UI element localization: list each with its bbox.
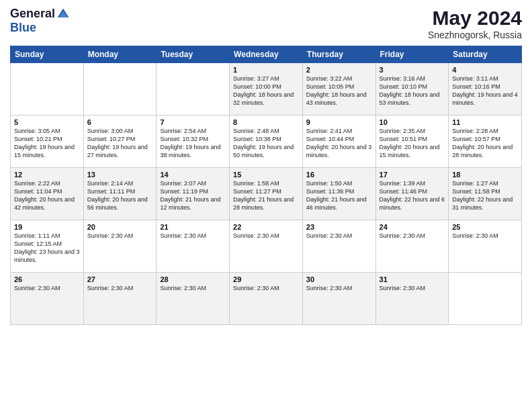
calendar-cell: 23Sunrise: 2:30 AM — [302, 220, 375, 273]
page: General Blue May 2024 Snezhnogorsk, Russ… — [0, 0, 532, 411]
day-info: Sunrise: 2:30 AM — [160, 284, 226, 292]
calendar-cell — [157, 63, 230, 116]
day-info: Sunrise: 2:22 AM Sunset: 11:04 PM Daylig… — [14, 179, 80, 212]
day-info: Sunrise: 2:30 AM — [87, 232, 153, 240]
calendar-cell: 31Sunrise: 2:30 AM — [375, 273, 449, 325]
day-number: 12 — [14, 171, 80, 179]
calendar-cell: 21Sunrise: 2:30 AM — [157, 220, 230, 273]
day-info: Sunrise: 3:27 AM Sunset: 10:00 PM Daylig… — [233, 75, 299, 107]
day-info: Sunrise: 2:41 AM Sunset: 10:44 PM Daylig… — [306, 127, 372, 160]
calendar-cell: 11Sunrise: 2:28 AM Sunset: 10:57 PM Dayl… — [449, 116, 522, 168]
day-info: Sunrise: 2:30 AM — [306, 232, 372, 240]
day-number: 8 — [233, 118, 299, 126]
day-info: Sunrise: 2:30 AM — [380, 232, 445, 240]
day-info: Sunrise: 2:30 AM — [14, 284, 80, 292]
calendar-cell: 10Sunrise: 2:35 AM Sunset: 10:51 PM Dayl… — [375, 116, 449, 168]
day-info: Sunrise: 2:30 AM — [87, 284, 153, 292]
calendar-cell: 24Sunrise: 2:30 AM — [375, 220, 449, 273]
calendar-cell: 4Sunrise: 3:11 AM Sunset: 10:16 PM Dayli… — [449, 63, 522, 116]
calendar-cell — [11, 63, 84, 116]
day-info: Sunrise: 3:11 AM Sunset: 10:16 PM Daylig… — [452, 75, 518, 107]
day-number: 31 — [380, 275, 445, 283]
day-info: Sunrise: 2:07 AM Sunset: 11:19 PM Daylig… — [160, 179, 226, 212]
logo-text: General — [10, 7, 70, 21]
day-info: Sunrise: 1:50 AM Sunset: 11:36 PM Daylig… — [306, 179, 372, 212]
calendar-week-row: 1Sunrise: 3:27 AM Sunset: 10:00 PM Dayli… — [11, 63, 522, 116]
calendar-cell: 29Sunrise: 2:30 AM — [230, 273, 303, 325]
day-number: 6 — [87, 118, 153, 126]
day-info: Sunrise: 1:58 AM Sunset: 11:27 PM Daylig… — [233, 179, 299, 212]
day-info: Sunrise: 2:30 AM — [380, 284, 445, 292]
day-info: Sunrise: 2:30 AM — [233, 284, 299, 292]
calendar-cell: 6Sunrise: 3:00 AM Sunset: 10:27 PM Dayli… — [83, 116, 157, 168]
calendar-cell: 13Sunrise: 2:14 AM Sunset: 11:11 PM Dayl… — [83, 168, 157, 220]
day-number: 2 — [306, 66, 372, 74]
day-info: Sunrise: 2:28 AM Sunset: 10:57 PM Daylig… — [452, 127, 518, 160]
col-friday: Friday — [375, 46, 449, 63]
day-number: 26 — [14, 275, 80, 283]
col-sunday: Sunday — [11, 46, 84, 63]
title-block: May 2024 Snezhnogorsk, Russia — [428, 7, 522, 40]
day-info: Sunrise: 2:35 AM Sunset: 10:51 PM Daylig… — [380, 127, 445, 160]
calendar: Sunday Monday Tuesday Wednesday Thursday… — [10, 46, 522, 325]
day-number: 17 — [380, 171, 445, 179]
day-number: 16 — [306, 171, 372, 179]
day-number: 10 — [380, 118, 445, 126]
day-info: Sunrise: 2:30 AM — [160, 232, 226, 240]
calendar-cell: 5Sunrise: 3:05 AM Sunset: 10:21 PM Dayli… — [11, 116, 84, 168]
day-info: Sunrise: 3:00 AM Sunset: 10:27 PM Daylig… — [87, 127, 153, 160]
calendar-cell: 2Sunrise: 3:22 AM Sunset: 10:05 PM Dayli… — [302, 63, 375, 116]
day-number: 15 — [233, 171, 299, 179]
calendar-cell: 17Sunrise: 1:39 AM Sunset: 11:46 PM Dayl… — [375, 168, 449, 220]
logo-icon — [56, 7, 70, 21]
day-number: 7 — [160, 118, 226, 126]
calendar-cell: 18Sunrise: 1:27 AM Sunset: 11:58 PM Dayl… — [449, 168, 522, 220]
day-number: 4 — [452, 66, 518, 74]
day-number: 27 — [87, 275, 153, 283]
calendar-cell: 1Sunrise: 3:27 AM Sunset: 10:00 PM Dayli… — [230, 63, 303, 116]
day-number: 13 — [87, 171, 153, 179]
day-number: 18 — [452, 171, 518, 179]
col-thursday: Thursday — [302, 46, 375, 63]
calendar-cell: 25Sunrise: 2:30 AM — [449, 220, 522, 273]
day-number: 3 — [380, 66, 445, 74]
calendar-cell: 22Sunrise: 2:30 AM — [230, 220, 303, 273]
day-info: Sunrise: 1:27 AM Sunset: 11:58 PM Daylig… — [452, 179, 518, 212]
logo: General Blue — [10, 7, 70, 35]
calendar-cell: 28Sunrise: 2:30 AM — [157, 273, 230, 325]
calendar-cell: 30Sunrise: 2:30 AM — [302, 273, 375, 325]
calendar-cell — [83, 63, 157, 116]
col-tuesday: Tuesday — [157, 46, 230, 63]
day-number: 30 — [306, 275, 372, 283]
logo-general: General — [10, 7, 55, 21]
day-number: 25 — [452, 223, 518, 231]
calendar-cell: 12Sunrise: 2:22 AM Sunset: 11:04 PM Dayl… — [11, 168, 84, 220]
day-number: 14 — [160, 171, 226, 179]
day-info: Sunrise: 3:22 AM Sunset: 10:05 PM Daylig… — [306, 75, 372, 107]
day-number: 11 — [452, 118, 518, 126]
calendar-week-row: 12Sunrise: 2:22 AM Sunset: 11:04 PM Dayl… — [11, 168, 522, 220]
day-number: 28 — [160, 275, 226, 283]
calendar-cell: 3Sunrise: 3:16 AM Sunset: 10:10 PM Dayli… — [375, 63, 449, 116]
day-number: 5 — [14, 118, 80, 126]
logo-blue: Blue — [10, 21, 36, 35]
day-number: 24 — [380, 223, 445, 231]
day-info: Sunrise: 3:16 AM Sunset: 10:10 PM Daylig… — [380, 75, 445, 107]
calendar-cell — [449, 273, 522, 325]
day-number: 29 — [233, 275, 299, 283]
day-info: Sunrise: 2:48 AM Sunset: 10:38 PM Daylig… — [233, 127, 299, 160]
month-year: May 2024 — [428, 7, 522, 30]
calendar-cell: 7Sunrise: 2:54 AM Sunset: 10:32 PM Dayli… — [157, 116, 230, 168]
calendar-cell: 19Sunrise: 1:11 AM Sunset: 12:15 AM Dayl… — [11, 220, 84, 273]
day-info: Sunrise: 2:54 AM Sunset: 10:32 PM Daylig… — [160, 127, 226, 160]
day-info: Sunrise: 2:30 AM — [306, 284, 372, 292]
location: Snezhnogorsk, Russia — [428, 30, 522, 40]
calendar-cell: 9Sunrise: 2:41 AM Sunset: 10:44 PM Dayli… — [302, 116, 375, 168]
day-info: Sunrise: 2:14 AM Sunset: 11:11 PM Daylig… — [87, 179, 153, 212]
day-number: 19 — [14, 223, 80, 231]
day-number: 20 — [87, 223, 153, 231]
col-saturday: Saturday — [449, 46, 522, 63]
day-number: 22 — [233, 223, 299, 231]
day-info: Sunrise: 1:39 AM Sunset: 11:46 PM Daylig… — [380, 179, 445, 212]
col-monday: Monday — [83, 46, 157, 63]
